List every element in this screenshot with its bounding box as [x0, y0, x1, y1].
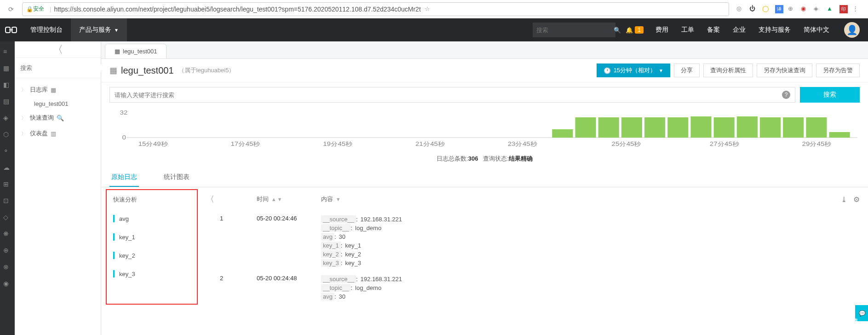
histogram-bar[interactable] [621, 117, 642, 138]
rail-icon[interactable]: ◉ [3, 280, 11, 286]
rail-icon[interactable]: ◧ [3, 81, 11, 87]
histogram-bar[interactable] [690, 116, 711, 138]
tree-node-quick[interactable]: 〉 快速查询 🔍 [15, 110, 101, 126]
save-quick-button[interactable]: 另存为快速查询 [757, 64, 812, 77]
logstore-icon: ▦ [109, 65, 117, 75]
histogram-bar[interactable] [575, 117, 596, 138]
header-search[interactable]: 🔍 [533, 23, 615, 37]
secure-badge: 🔒 安全 [26, 5, 44, 13]
rail-icon[interactable]: ◇ [3, 214, 11, 220]
rail-menu-icon[interactable]: ≡ [3, 48, 11, 54]
histogram-bar[interactable] [598, 117, 619, 138]
histogram-bar[interactable] [760, 117, 781, 138]
histogram-bar[interactable] [667, 117, 688, 138]
row-content: __source__:192.168.31.221__topic__:log_d… [321, 215, 823, 267]
header-search-input[interactable] [536, 27, 614, 34]
rail-icon[interactable]: ☁ [3, 164, 11, 170]
log-field: __topic__:log_demo [321, 283, 823, 292]
rail-icon[interactable]: ⊕ [3, 247, 11, 253]
quick-item-bar [113, 252, 115, 259]
extension-icons: ◎⏻◯ 译 ⊕◉◈ ▲印 ⋮ [733, 5, 864, 13]
page-prev-icon[interactable]: 〈 [206, 194, 220, 205]
share-button[interactable]: 分享 [674, 64, 700, 77]
quick-item[interactable]: key_3 [113, 265, 190, 283]
side-search-input[interactable] [15, 64, 103, 71]
nav-enterprise[interactable]: 企业 [726, 26, 752, 34]
dropdown-icon: ▼ [336, 196, 341, 202]
notification-bell[interactable]: 🔔 1 [620, 26, 649, 34]
nav-products[interactable]: 产品与服务 ▼ [71, 18, 127, 41]
rail-icon[interactable]: ▦ [3, 64, 11, 71]
quick-item[interactable]: key_1 [113, 228, 190, 246]
nav-ticket[interactable]: 工单 [675, 26, 701, 34]
side-back-button[interactable]: 〈 [15, 41, 101, 58]
table-header: 〈 时间 ▲▼ 内容 ▼ ⤓ ⚙ [206, 187, 860, 211]
histogram-bar[interactable] [806, 117, 827, 138]
rail-icon[interactable]: ⚬ [3, 147, 11, 154]
x-tick: 23分45秒 [508, 141, 537, 147]
side-tree: 〉 日志库 ▦ legu_test001 〉 快速查询 🔍 〉 仪表盘 ▥ [15, 78, 101, 145]
download-icon[interactable]: ⤓ [841, 195, 847, 204]
quick-item-bar [113, 233, 115, 241]
side-panel: 〈 🔍 〉 日志库 ▦ legu_test001 〉 快速查询 🔍 〉 仪表盘 … [15, 41, 101, 335]
rail-icon[interactable]: ❋ [3, 230, 11, 237]
quick-item[interactable]: avg [113, 209, 190, 228]
tree-node-dashboard[interactable]: 〉 仪表盘 ▥ [15, 126, 101, 141]
log-field: __source__:192.168.31.221 [321, 275, 823, 283]
chevron-right-icon: 〉 [21, 87, 26, 93]
chevron-right-icon: 〉 [21, 130, 26, 137]
search-button[interactable]: 搜索 [800, 87, 860, 103]
x-tick: 21分45秒 [415, 141, 445, 147]
log-field: key_2:key_2 [321, 250, 823, 259]
chevron-down-icon: ▼ [659, 68, 663, 73]
tab-raw-log[interactable]: 原始日志 [109, 168, 139, 187]
nav-cost[interactable]: 费用 [649, 26, 675, 34]
user-avatar[interactable]: 👤 [844, 22, 860, 38]
row-index: 2 [220, 275, 257, 301]
reload-icon[interactable]: ⟳ [6, 6, 16, 13]
notif-badge: 1 [635, 26, 644, 34]
nav-console[interactable]: 管理控制台 [22, 18, 71, 41]
histogram-bar[interactable] [714, 117, 735, 138]
analyze-attr-button[interactable]: 查询分析属性 [703, 64, 753, 77]
histogram-bar[interactable] [829, 132, 850, 138]
address-box[interactable]: 🔒 安全 | https://sls.console.aliyun.com/ne… [22, 2, 729, 16]
histogram-bar[interactable] [644, 117, 665, 138]
tree-child-logstore[interactable]: legu_test001 [15, 98, 101, 110]
icon-rail: ≡ ▦ ◧ ▤ ◈ ⬡ ⚬ ☁ ⊞ ⊡ ◇ ❋ ⊕ ⊗ ◉ [0, 41, 15, 335]
aliyun-logo-icon [4, 23, 18, 37]
float-consult-button[interactable]: 💬 咨询 [855, 305, 868, 321]
col-content[interactable]: 内容 ▼ [321, 195, 823, 203]
save-alert-button[interactable]: 另存为告警 [816, 64, 860, 77]
histogram-bar[interactable] [737, 116, 758, 138]
bookmark-icon[interactable]: ☆ [425, 6, 430, 12]
rail-icon[interactable]: ⊗ [3, 263, 11, 270]
tab-row: ▦ legu_test001 [101, 41, 868, 59]
tab-stat-chart[interactable]: 统计图表 [162, 168, 191, 187]
tree-node-logstore[interactable]: 〉 日志库 ▦ [15, 82, 101, 98]
rail-icon[interactable]: ⬡ [3, 131, 11, 137]
rail-icon[interactable]: ⊡ [3, 197, 11, 203]
table-row: 105-20 00:24:46__source__:192.168.31.221… [206, 211, 860, 271]
content-area: ▦ legu_test001 ▦ legu_test001 （属于leguhua… [101, 41, 868, 335]
x-tick: 29分45秒 [802, 141, 832, 147]
col-time[interactable]: 时间 ▲▼ [257, 195, 321, 203]
chat-icon: 💬 [859, 310, 865, 317]
settings-icon[interactable]: ⚙ [853, 195, 860, 204]
histogram-chart: 32 0 15分49秒17分45秒19分45秒21分45秒23分45秒25分45… [101, 107, 868, 152]
histogram-bar[interactable] [552, 129, 573, 138]
quick-item[interactable]: key_2 [113, 246, 190, 265]
nav-support[interactable]: 支持与服务 [752, 26, 797, 34]
rail-icon[interactable]: ⊞ [3, 180, 11, 187]
rail-icon[interactable]: ◈ [3, 114, 11, 121]
result-body: 快速分析 avgkey_1key_2key_3 〈 时间 ▲▼ 内容 ▼ [101, 187, 868, 305]
tab-logstore[interactable]: ▦ legu_test001 [105, 44, 167, 58]
query-input[interactable] [115, 92, 782, 98]
help-icon[interactable]: ? [782, 91, 790, 99]
time-range-button[interactable]: 🕐 15分钟（相对） ▼ [597, 64, 670, 77]
log-table: 〈 时间 ▲▼ 内容 ▼ ⤓ ⚙ 105-20 00:24:46__ [198, 187, 868, 305]
nav-lang[interactable]: 简体中文 [797, 26, 836, 34]
rail-icon[interactable]: ▤ [3, 98, 11, 104]
histogram-bar[interactable] [783, 117, 804, 138]
nav-record[interactable]: 备案 [701, 26, 726, 34]
